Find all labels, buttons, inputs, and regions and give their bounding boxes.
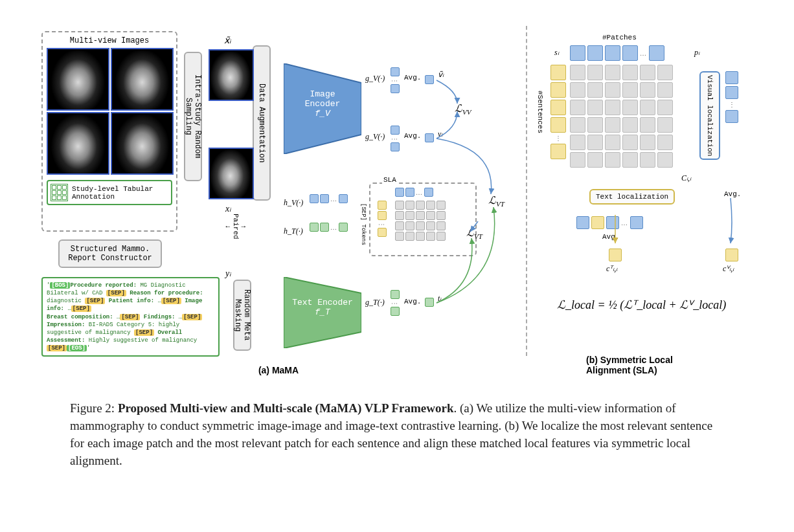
data-augmentation-block: Data Augmentation: [253, 45, 271, 201]
text-encoder-ft: f_T: [315, 307, 330, 317]
text-encoder-label: Text Encoder: [292, 298, 353, 307]
sla-matrix: [395, 201, 446, 241]
avg-label-2: Avg.: [404, 132, 421, 140]
sep-tokens-label: [SEP] Tokens: [360, 203, 367, 245]
multiview-image-grid: [47, 48, 174, 175]
C-ii-label: Cᵢ,ᵢ: [681, 173, 691, 183]
v-i-label: vᵢ: [438, 129, 442, 139]
image-encoder-label: Image Encoder: [290, 89, 355, 109]
sep-tag: [SEP]: [161, 298, 181, 304]
sla-label: SLA: [382, 176, 398, 184]
gt-label: g_T(·): [365, 298, 385, 307]
panel-a: Multi-view Images Study-level Tabular An…: [39, 26, 518, 375]
eos-tag: [EOS]: [67, 345, 87, 351]
s-i-label: sᵢ: [554, 48, 559, 58]
panel-divider: [526, 26, 527, 356]
mammogram-view: [111, 48, 174, 111]
patch-tokens-top: …: [570, 45, 664, 61]
gt-tokens: ⋮: [390, 290, 400, 316]
mammogram-view: [47, 48, 109, 111]
cV-token: [725, 249, 738, 261]
sep-tag: [SEP]: [106, 290, 126, 296]
image-encoder-fv: f_V: [315, 109, 330, 118]
sampled-image-top: [209, 49, 254, 101]
sep-tag: [SEP]: [71, 305, 91, 312]
panel-a-label: (a) MaMA: [258, 365, 299, 375]
sla-left-tokens: ⋮: [377, 201, 387, 237]
figure-diagram: Multi-view Images Study-level Tabular An…: [39, 26, 755, 375]
loss-vt-2: ℒVT: [466, 227, 482, 240]
paired-arrow-label: ↑Paired↓: [224, 214, 247, 239]
ht-label: h_T(·): [284, 227, 303, 236]
visual-localization-box: Visual localization: [699, 71, 720, 160]
intra-study-sampling-block: Intra-Study Random Sampling: [184, 52, 202, 181]
x-i-label: xᵢ: [225, 203, 231, 214]
text-loc-output: …: [576, 216, 643, 229]
gv-tokens-bot: ⋮: [390, 126, 400, 151]
sep-tag: [SEP]: [134, 329, 154, 336]
cT-label: cᵀᵢ,ᵢ: [606, 264, 617, 274]
tabular-annotation-label: Study-level Tabular Annotation: [72, 185, 168, 201]
sep-tag: [SEP]: [47, 345, 67, 351]
p-i-label: pᵢ: [694, 48, 699, 58]
sentences-label: #Sentences: [536, 91, 544, 133]
structured-report: '[BOS]Procedure reported: MG Diagnostic …: [41, 277, 220, 357]
multiview-box: Multi-view Images Study-level Tabular An…: [41, 31, 177, 232]
gv-label: g_V(·): [365, 74, 385, 83]
sla-box: … ⋮: [369, 183, 477, 256]
patches-label: #Patches: [602, 34, 637, 41]
visual-loc-output: ⋮: [725, 71, 738, 123]
hv-label: h_V(·): [284, 198, 303, 208]
gv-tokens-top: ⋮: [390, 67, 400, 93]
local-loss-formula: ℒ_local = ½ (ℒᵀ_local + ℒⱽ_local): [557, 298, 726, 312]
y-i-label: yᵢ: [225, 268, 231, 279]
text-encoder: Text Encoder f_T: [290, 298, 355, 317]
loss-vt-1: ℒVT: [488, 194, 505, 208]
similarity-matrix: [570, 65, 673, 168]
x-tilde-label: x̃ᵢ: [224, 35, 231, 46]
ht-tokens: …: [310, 223, 348, 232]
figure-title: Proposed Multi-view and Multi-scale (MaM…: [118, 401, 454, 415]
sep-tag: [SEP]: [120, 314, 140, 320]
cV-label: cⱽᵢ,ᵢ: [723, 264, 734, 274]
multiview-title: Multi-view Images: [47, 36, 172, 45]
mammogram-view: [111, 112, 174, 175]
hv-tokens: …: [310, 194, 348, 203]
mammogram-view: [47, 112, 109, 175]
figure-number: Figure 2: [70, 401, 111, 415]
cT-token: [609, 249, 622, 261]
report-constructor-box: Structured Mammo. Report Constructor: [58, 239, 162, 268]
sentence-tokens-left: ⋮: [550, 65, 566, 159]
sep-tag: [SEP]: [182, 314, 202, 320]
loss-vv: ℒVV: [455, 102, 471, 116]
sampled-image-bottom: [209, 148, 254, 199]
tabular-annotation-box: Study-level Tabular Annotation: [47, 180, 172, 205]
random-meta-masking-block: Random Meta Masking: [233, 280, 251, 351]
t-i-label: tᵢ: [438, 294, 441, 304]
figure-caption: Figure 2: Proposed Multi-view and Multi-…: [70, 400, 724, 470]
sla-top-tokens: …: [395, 188, 433, 197]
image-encoder: Image Encoder f_V: [290, 89, 355, 118]
v-tilde-token: [425, 75, 434, 84]
gv-label-2: g_V(·): [365, 132, 385, 142]
table-icon: [51, 184, 68, 201]
t-i-token: [425, 298, 434, 307]
bos-tag: [BOS]: [50, 282, 70, 289]
avg-label-v: Avg.: [724, 190, 741, 198]
panel-b-label: (b) Symmetric Local Alignment (SLA): [586, 355, 696, 375]
sep-tag: [SEP]: [85, 298, 105, 304]
avg-label: Avg.: [404, 74, 421, 82]
avg-label-t: Avg.: [602, 233, 619, 241]
v-tilde-label: ṽᵢ: [438, 70, 444, 80]
v-i-token: [425, 133, 434, 142]
text-localization-box: Text localization: [589, 189, 675, 205]
avg-label-3: Avg.: [404, 298, 421, 305]
panel-b: #Patches #Sentences sᵢ pᵢ … ⋮ Cᵢ,ᵢ Visua…: [531, 26, 751, 375]
